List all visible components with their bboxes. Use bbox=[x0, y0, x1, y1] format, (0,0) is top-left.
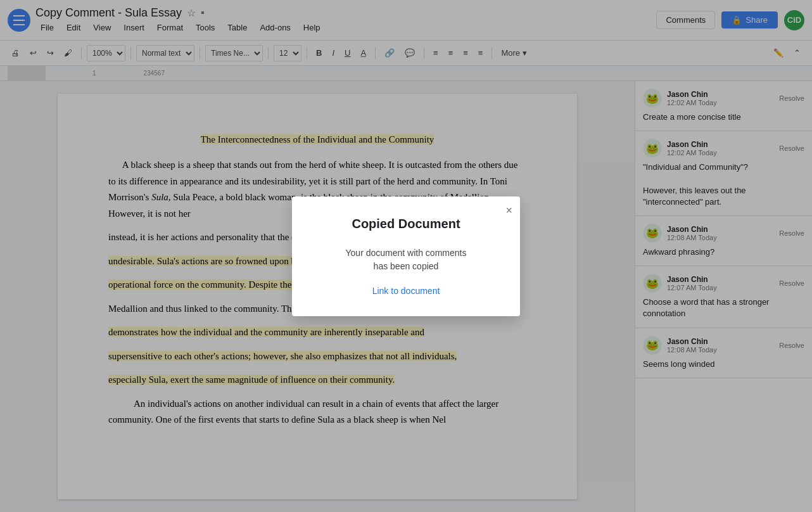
copied-document-modal: × Copied Document Your document with com… bbox=[292, 196, 520, 316]
link-to-document[interactable]: Link to document bbox=[312, 286, 500, 296]
modal-overlay[interactable]: × Copied Document Your document with com… bbox=[0, 0, 812, 512]
modal-close-button[interactable]: × bbox=[505, 204, 512, 217]
modal-body: Your document with commentshas been copi… bbox=[312, 246, 500, 273]
modal-title: Copied Document bbox=[312, 217, 500, 231]
